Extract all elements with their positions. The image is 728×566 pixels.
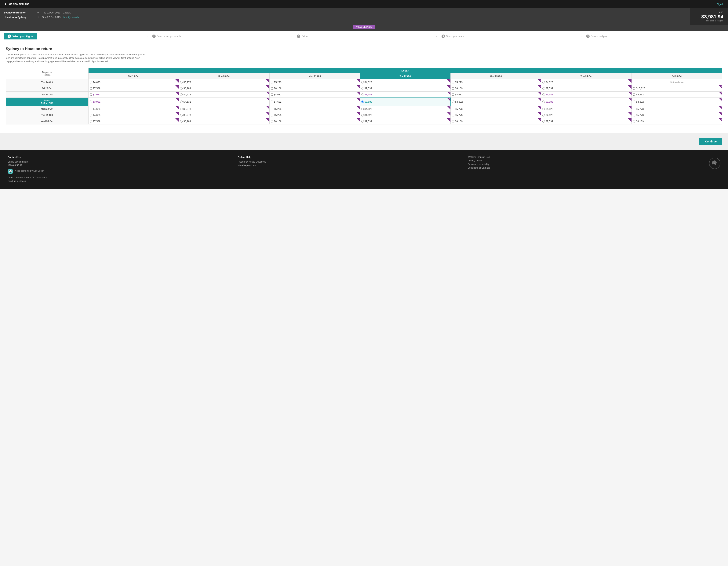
footer-privacy[interactable]: Privacy Policy (468, 159, 692, 162)
price-radio-r1-c0[interactable] (90, 87, 92, 90)
price-radio-r5-c1[interactable] (180, 114, 183, 116)
price-radio-r2-c1[interactable] (180, 93, 183, 96)
price-radio-r0-c4[interactable] (452, 81, 454, 83)
price-radio-r5-c3[interactable] (361, 114, 364, 116)
price-radio-r3-c2[interactable] (271, 100, 273, 103)
price-cell-r3-c3[interactable]: %$3,982 (360, 98, 451, 106)
view-details-button[interactable]: VIEW DETAILS (353, 25, 375, 29)
price-cell-r3-c6[interactable]: %$4,632 (632, 98, 722, 106)
price-cell-r1-c6[interactable]: %$13,826 (632, 85, 722, 91)
footer-feedback[interactable]: Send us feedback (8, 180, 232, 182)
price-cell-r5-c2[interactable]: %$5,273 (270, 112, 360, 118)
price-radio-r6-c0[interactable] (90, 120, 92, 122)
price-radio-r2-c0[interactable] (90, 93, 92, 96)
price-cell-r6-c3[interactable]: %$7,539 (360, 118, 451, 124)
price-radio-r6-c6[interactable] (633, 120, 635, 122)
price-cell-r5-c3[interactable]: %$4,623 (360, 112, 451, 118)
price-radio-r6-c4[interactable] (452, 120, 454, 122)
price-cell-r4-c2[interactable]: %$5,273 (270, 106, 360, 112)
price-radio-r1-c6[interactable] (633, 87, 635, 90)
price-cell-r2-c2[interactable]: %$4,632 (270, 91, 360, 98)
price-cell-r4-c3[interactable]: %$4,623 (360, 106, 451, 112)
price-radio-r6-c1[interactable] (180, 120, 183, 122)
price-cell-r5-c1[interactable]: %$5,273 (179, 112, 270, 118)
price-cell-r6-c1[interactable]: %$8,189 (179, 118, 270, 124)
price-radio-r4-c3[interactable] (361, 108, 364, 110)
price-radio-r1-c4[interactable] (452, 87, 454, 90)
price-radio-r5-c5[interactable] (542, 114, 545, 116)
price-cell-r4-c1[interactable]: %$5,273 (179, 106, 270, 112)
modify-search-link[interactable]: Modify search (64, 16, 79, 19)
price-cell-r2-c3[interactable]: %$3,982 (360, 91, 451, 98)
price-radio-r1-c2[interactable] (271, 87, 273, 90)
price-cell-r2-c5[interactable]: %$3,982 (541, 91, 632, 98)
price-radio-r2-c2[interactable] (271, 93, 273, 96)
price-cell-r1-c5[interactable]: %$7,539 (541, 85, 632, 91)
price-cell-r4-c4[interactable]: %$5,273 (451, 106, 541, 112)
price-cell-r0-c3[interactable]: %$4,623 (360, 79, 451, 85)
price-radio-r5-c2[interactable] (271, 114, 273, 116)
price-radio-r1-c1[interactable] (180, 87, 183, 90)
price-radio-r2-c6[interactable] (633, 93, 635, 96)
price-cell-r5-c4[interactable]: %$5,273 (451, 112, 541, 118)
price-radio-r2-c3[interactable] (361, 93, 364, 96)
price-radio-r2-c4[interactable] (452, 93, 454, 96)
continue-button[interactable]: Continue (699, 138, 722, 145)
price-radio-r4-c2[interactable] (271, 108, 273, 110)
price-cell-r4-c0[interactable]: %$4,623 (88, 106, 179, 112)
price-radio-r4-c5[interactable] (542, 108, 545, 110)
price-radio-r3-c3[interactable] (361, 100, 364, 103)
price-radio-r3-c0[interactable] (90, 100, 92, 103)
price-radio-r5-c4[interactable] (452, 114, 454, 116)
price-radio-r0-c2[interactable] (271, 81, 273, 83)
price-radio-r6-c5[interactable] (542, 120, 545, 122)
price-cell-r5-c0[interactable]: %$4,623 (88, 112, 179, 118)
price-radio-r0-c0[interactable] (90, 81, 92, 83)
price-radio-r2-c5[interactable] (542, 93, 545, 96)
footer-faq[interactable]: Frequently Asked Questions (238, 160, 462, 163)
footer-browser[interactable]: Browser compatibility (468, 163, 692, 165)
price-radio-r4-c1[interactable] (180, 108, 183, 110)
price-radio-r6-c2[interactable] (271, 120, 273, 122)
price-cell-r6-c0[interactable]: %$7,539 (88, 118, 179, 124)
price-cell-r6-c5[interactable]: %$7,539 (541, 118, 632, 124)
price-cell-r6-c2[interactable]: %$8,189 (270, 118, 360, 124)
price-cell-r1-c4[interactable]: %$8,189 (451, 85, 541, 91)
price-cell-r1-c3[interactable]: %$7,539 (360, 85, 451, 91)
price-cell-r0-c5[interactable]: %$4,623 (541, 79, 632, 85)
price-cell-r3-c0[interactable]: %$3,982 (88, 98, 179, 106)
footer-more-help[interactable]: More help options (238, 164, 462, 167)
price-cell-r2-c4[interactable]: %$4,632 (451, 91, 541, 98)
price-cell-r0-c6[interactable]: Not available (632, 79, 722, 85)
price-cell-r2-c1[interactable]: %$4,632 (179, 91, 270, 98)
price-cell-r6-c6[interactable]: %$8,189 (632, 118, 722, 124)
price-cell-r0-c1[interactable]: %$5,273 (179, 79, 270, 85)
price-radio-r6-c3[interactable] (361, 120, 364, 122)
price-cell-r1-c1[interactable]: %$8,189 (179, 85, 270, 91)
price-cell-r0-c4[interactable]: %$5,273 (451, 79, 541, 85)
price-cell-r0-c2[interactable]: %$5,273 (270, 79, 360, 85)
price-radio-r4-c6[interactable] (633, 108, 635, 110)
price-radio-r0-c1[interactable] (180, 81, 183, 83)
price-radio-r1-c5[interactable] (542, 87, 545, 90)
footer-terms[interactable]: Website Terms of Use (468, 156, 692, 158)
price-cell-r5-c6[interactable]: %$5,273 (632, 112, 722, 118)
price-radio-r4-c0[interactable] (90, 108, 92, 110)
price-cell-r4-c5[interactable]: %$4,623 (541, 106, 632, 112)
price-radio-r5-c6[interactable] (633, 114, 635, 116)
price-radio-r4-c4[interactable] (452, 108, 454, 110)
price-radio-r1-c3[interactable] (361, 87, 364, 90)
price-cell-r5-c5[interactable]: %$4,623 (541, 112, 632, 118)
price-cell-r1-c2[interactable]: %$8,189 (270, 85, 360, 91)
price-cell-r0-c0[interactable]: %$4,623 (88, 79, 179, 85)
price-radio-r3-c4[interactable] (452, 100, 454, 103)
price-cell-r2-c6[interactable]: %$4,632 (632, 91, 722, 98)
price-radio-r3-c1[interactable] (180, 100, 183, 103)
price-cell-r3-c5[interactable]: %$3,982 (541, 98, 632, 106)
price-cell-r3-c4[interactable]: %$4,632 (451, 98, 541, 106)
price-radio-r5-c0[interactable] (90, 114, 92, 116)
price-cell-r6-c4[interactable]: %$8,189 (451, 118, 541, 124)
price-cell-r3-c2[interactable]: %$4,632 (270, 98, 360, 106)
price-radio-r0-c3[interactable] (361, 81, 364, 83)
price-cell-r3-c1[interactable]: %$4,632 (179, 98, 270, 106)
